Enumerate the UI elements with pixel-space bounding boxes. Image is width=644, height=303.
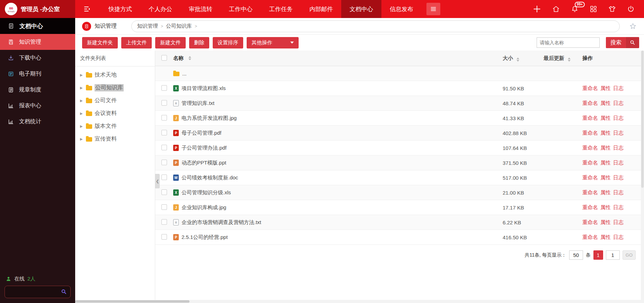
op-link-2[interactable]: 日志 bbox=[613, 219, 624, 226]
op-link-2[interactable]: 日志 bbox=[613, 234, 624, 241]
other-actions-dropdown[interactable]: 其他操作 bbox=[247, 37, 299, 48]
op-link-2[interactable]: 日志 bbox=[613, 160, 624, 166]
file-name-link[interactable]: 公司绩效考核制度新.doc bbox=[182, 175, 238, 181]
nav-item-4[interactable]: 工作任务 bbox=[261, 0, 301, 18]
op-link-2[interactable]: 日志 bbox=[613, 189, 624, 196]
op-link-1[interactable]: 属性 bbox=[600, 175, 611, 181]
nav-item-1[interactable]: 个人办公 bbox=[140, 0, 180, 18]
home-button[interactable] bbox=[552, 5, 560, 13]
op-link-1[interactable]: 属性 bbox=[600, 100, 611, 107]
file-name-link[interactable]: 母子公司管理.pdf bbox=[182, 130, 221, 136]
horizontal-scrollbar-thumb[interactable] bbox=[75, 300, 189, 303]
more-menu-icon[interactable] bbox=[426, 3, 440, 15]
op-link-1[interactable]: 属性 bbox=[600, 130, 611, 136]
notifications-button[interactable]: 99+ bbox=[571, 5, 579, 13]
op-link-0[interactable]: 重命名 bbox=[582, 100, 598, 107]
op-link-0[interactable]: 重命名 bbox=[582, 160, 598, 166]
row-checkbox[interactable] bbox=[161, 85, 167, 91]
op-link-0[interactable]: 重命名 bbox=[582, 85, 598, 92]
file-name-link[interactable]: 公司管理知识分级.xls bbox=[182, 189, 231, 196]
file-name-link[interactable]: 动态的PPT模版.ppt bbox=[182, 160, 226, 166]
nav-item-3[interactable]: 工作中心 bbox=[221, 0, 261, 18]
toolbar-button-0[interactable]: 新建文件夹 bbox=[82, 37, 118, 48]
file-name-link[interactable]: 电力系统开发流程图.jpg bbox=[182, 115, 237, 122]
sort-icon[interactable] bbox=[188, 56, 191, 60]
row-checkbox[interactable] bbox=[161, 145, 167, 150]
nav-item-0[interactable]: 快捷方式 bbox=[100, 0, 140, 18]
breadcrumb-item-1[interactable]: 公司知识库 bbox=[166, 23, 192, 29]
folder-item-4[interactable]: ▶版本文件 bbox=[80, 120, 155, 133]
folder-item-1[interactable]: ▶公司知识库 bbox=[80, 81, 155, 94]
select-all-checkbox[interactable] bbox=[161, 55, 167, 61]
nav-item-5[interactable]: 内部邮件 bbox=[301, 0, 341, 18]
row-checkbox[interactable] bbox=[161, 204, 167, 210]
panel-collapse-handle[interactable]: ❮ bbox=[155, 174, 160, 188]
theme-shirt-button[interactable] bbox=[608, 5, 616, 13]
sort-icon[interactable] bbox=[517, 57, 519, 62]
op-link-1[interactable]: 属性 bbox=[600, 234, 611, 241]
op-link-0[interactable]: 重命名 bbox=[582, 204, 598, 211]
toolbar-button-4[interactable]: 设置排序 bbox=[213, 37, 243, 48]
file-name-link[interactable]: 企业的市场营销调查及营销方法.txt bbox=[182, 219, 261, 226]
expander-icon[interactable]: ▶ bbox=[80, 99, 83, 103]
folder-item-5[interactable]: ▶宣传资料 bbox=[80, 133, 155, 145]
name-search-input[interactable] bbox=[537, 37, 600, 48]
expander-icon[interactable]: ▶ bbox=[80, 124, 83, 128]
op-link-0[interactable]: 重命名 bbox=[582, 234, 598, 241]
row-checkbox[interactable] bbox=[161, 189, 167, 195]
toolbar-button-3[interactable]: 删除 bbox=[189, 37, 209, 48]
column-name[interactable]: 名称 bbox=[173, 55, 503, 62]
folder-item-2[interactable]: ▶公司文件 bbox=[80, 94, 155, 107]
op-link-1[interactable]: 属性 bbox=[600, 145, 611, 151]
op-link-0[interactable]: 重命名 bbox=[582, 130, 598, 136]
add-button[interactable] bbox=[532, 5, 541, 14]
page-size-input[interactable] bbox=[569, 250, 583, 260]
nav-item-7[interactable]: 信息发布 bbox=[381, 0, 422, 18]
sort-icon[interactable] bbox=[568, 57, 571, 62]
op-link-0[interactable]: 重命名 bbox=[582, 219, 598, 226]
toolbar-button-2[interactable]: 新建文件 bbox=[155, 37, 186, 48]
collapse-menu-icon[interactable] bbox=[75, 0, 100, 18]
row-checkbox[interactable] bbox=[161, 115, 167, 121]
nav-item-2[interactable]: 审批流转 bbox=[180, 0, 221, 18]
op-link-2[interactable]: 日志 bbox=[613, 130, 624, 136]
row-checkbox[interactable] bbox=[161, 160, 167, 165]
file-name-link[interactable]: 2.5.1公司的经营.ppt bbox=[182, 234, 228, 241]
expander-icon[interactable]: ▶ bbox=[80, 137, 83, 141]
expander-icon[interactable]: ▶ bbox=[80, 73, 83, 77]
folder-item-3[interactable]: ▶会议资料 bbox=[80, 107, 155, 120]
op-link-2[interactable]: 日志 bbox=[613, 85, 624, 92]
breadcrumb-item-0[interactable]: 知识管理 bbox=[137, 23, 158, 29]
op-link-1[interactable]: 属性 bbox=[600, 85, 611, 92]
sidebar-item-0[interactable]: 知识管理 bbox=[0, 34, 75, 50]
vertical-scrollbar-thumb[interactable] bbox=[641, 51, 644, 188]
expander-icon[interactable]: ▶ bbox=[80, 112, 83, 115]
row-checkbox[interactable] bbox=[161, 130, 167, 135]
column-size[interactable]: 大小 bbox=[503, 55, 544, 62]
sidebar-item-5[interactable]: 文档统计 bbox=[0, 114, 75, 130]
row-checkbox[interactable] bbox=[161, 234, 167, 240]
goto-page-input[interactable] bbox=[606, 250, 620, 260]
op-link-0[interactable]: 重命名 bbox=[582, 175, 598, 181]
op-link-1[interactable]: 属性 bbox=[600, 189, 611, 196]
row-checkbox[interactable] bbox=[161, 219, 167, 225]
column-updated[interactable]: 最后更新 bbox=[544, 55, 582, 62]
op-link-1[interactable]: 属性 bbox=[600, 219, 611, 226]
op-link-2[interactable]: 日志 bbox=[613, 100, 624, 107]
sidebar-item-4[interactable]: 报表中心 bbox=[0, 98, 75, 114]
up-folder[interactable]: ... bbox=[173, 71, 503, 77]
file-name-link[interactable]: 子公司管理办法.pdf bbox=[182, 145, 227, 151]
file-name-link[interactable]: 管理知识库.txt bbox=[182, 100, 214, 107]
search-button[interactable]: 搜索 bbox=[606, 37, 639, 48]
table-row-up[interactable]: ... bbox=[155, 66, 644, 81]
expander-icon[interactable]: ▶ bbox=[80, 86, 83, 90]
op-link-1[interactable]: 属性 bbox=[600, 160, 611, 166]
sidebar-item-3[interactable]: 规章制度 bbox=[0, 82, 75, 98]
sidebar-item-2[interactable]: 电子期刊 bbox=[0, 66, 75, 82]
nav-item-6[interactable]: 文档中心 bbox=[341, 0, 381, 18]
sidebar-search-input[interactable] bbox=[5, 289, 83, 295]
favorite-star-icon[interactable] bbox=[629, 22, 637, 30]
folder-item-0[interactable]: ▶技术天地 bbox=[80, 69, 155, 81]
sidebar-item-1[interactable]: 下载中心 bbox=[0, 50, 75, 66]
row-checkbox[interactable] bbox=[161, 100, 167, 106]
